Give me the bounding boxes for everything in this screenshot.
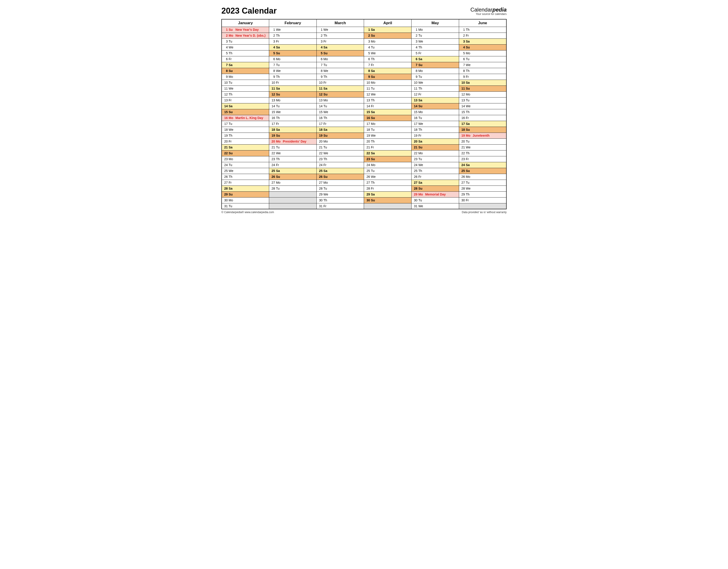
day-number: 17 (365, 122, 370, 126)
day-number: 19 (318, 134, 323, 137)
day-cell: 21Tu (316, 144, 364, 150)
day-number: 4 (223, 46, 228, 49)
day-of-week: Mo (466, 93, 472, 96)
holiday-label: New Year's D. (obs.) (235, 34, 268, 37)
day-cell: 12Su (316, 91, 364, 97)
day-number: 20 (223, 140, 228, 143)
day-cell: 17Fr (269, 121, 317, 127)
day-of-week: Tu (418, 199, 424, 202)
day-number: 5 (365, 51, 370, 55)
day-cell: 12Su (269, 91, 317, 97)
day-cell: 4Sa (316, 44, 364, 50)
day-of-week: Mo (229, 199, 235, 202)
day-cell: 3Mo (364, 38, 412, 44)
day-number: 22 (318, 151, 323, 155)
day-number: 22 (365, 151, 370, 155)
day-number: 9 (460, 75, 465, 79)
brand-tagline: Your source for calendars (470, 13, 507, 16)
day-of-week: Th (323, 34, 329, 37)
day-of-week: Tu (276, 63, 282, 67)
day-number: 12 (460, 93, 465, 96)
day-cell: 5Su (316, 50, 364, 56)
day-of-week: Su (418, 104, 424, 108)
day-of-week: Sa (276, 169, 282, 173)
day-cell: 25We (222, 168, 269, 174)
day-number: 20 (271, 140, 275, 143)
day-number: 9 (271, 75, 275, 79)
day-number: 27 (318, 181, 323, 184)
day-cell: 2MoNew Year's D. (obs.) (222, 33, 269, 38)
day-number: 16 (223, 116, 228, 120)
day-number: 28 (223, 187, 228, 190)
day-cell: 16Tu (412, 115, 459, 121)
day-number: 6 (413, 57, 417, 61)
day-number: 21 (460, 146, 465, 149)
day-of-week: Th (466, 193, 472, 196)
day-cell: 10Fr (269, 80, 317, 86)
day-number: 22 (223, 151, 228, 155)
day-of-week: Th (323, 157, 329, 161)
day-number: 1 (271, 28, 275, 31)
day-number: 30 (365, 199, 370, 202)
day-cell: 16Fr (459, 115, 506, 121)
day-of-week: Tu (276, 146, 282, 149)
day-number: 19 (413, 134, 417, 137)
day-number: 7 (365, 63, 370, 67)
day-number: 14 (318, 104, 323, 108)
day-of-week: Mo (466, 175, 472, 179)
day-of-week: We (466, 146, 472, 149)
day-number: 24 (413, 163, 417, 167)
day-cell: 23Su (364, 156, 412, 162)
day-of-week: Sa (418, 57, 424, 61)
day-cell: 27Tu (459, 180, 506, 186)
day-of-week: Th (371, 140, 377, 143)
day-of-week: Mo (371, 40, 377, 43)
day-of-week: Fr (276, 163, 282, 167)
day-number: 16 (413, 116, 417, 120)
day-number: 25 (318, 169, 323, 173)
day-of-week: Mo (276, 98, 282, 102)
day-cell: 21Sa (222, 144, 269, 150)
day-number: 25 (460, 169, 465, 173)
day-cell: 11Sa (316, 86, 364, 91)
day-of-week: We (323, 193, 329, 196)
day-cell: 29We (316, 192, 364, 197)
day-of-week: We (418, 122, 424, 126)
month-header: January (222, 19, 269, 27)
day-number: 24 (365, 163, 370, 167)
day-number: 3 (271, 40, 275, 43)
day-of-week: Th (229, 93, 235, 96)
day-of-week: Th (418, 169, 424, 173)
day-number: 29 (223, 193, 228, 196)
day-of-week: Tu (276, 187, 282, 190)
day-number: 26 (365, 175, 370, 179)
day-of-week: Mo (371, 163, 377, 167)
day-of-week: Sa (276, 46, 282, 49)
day-number: 24 (460, 163, 465, 167)
day-number: 3 (460, 40, 465, 43)
day-of-week: Fr (323, 163, 329, 167)
day-cell: 18Sa (269, 127, 317, 133)
day-cell: 19MoJuneteenth (459, 133, 506, 139)
day-of-week: Su (466, 87, 472, 90)
day-number: 20 (318, 140, 323, 143)
day-of-week: Fr (418, 134, 424, 137)
day-of-week: Sa (371, 69, 377, 73)
day-of-week: We (371, 51, 377, 55)
day-cell: 4Tu (364, 44, 412, 50)
day-cell: 25Sa (316, 168, 364, 174)
day-of-week: Mo (323, 98, 329, 102)
day-cell: 17Fr (316, 121, 364, 127)
day-number: 15 (223, 110, 228, 114)
day-of-week: Fr (323, 81, 329, 84)
day-of-week: Su (323, 93, 329, 96)
day-number: 27 (365, 181, 370, 184)
day-of-week: Su (276, 51, 282, 55)
day-of-week: Fr (466, 157, 472, 161)
day-number: 15 (460, 110, 465, 114)
day-number: 28 (318, 187, 323, 190)
day-of-week: Sa (323, 87, 329, 90)
day-cell: 8Th (459, 68, 506, 74)
day-cell: 18Sa (316, 127, 364, 133)
day-of-week: Tu (371, 46, 377, 49)
